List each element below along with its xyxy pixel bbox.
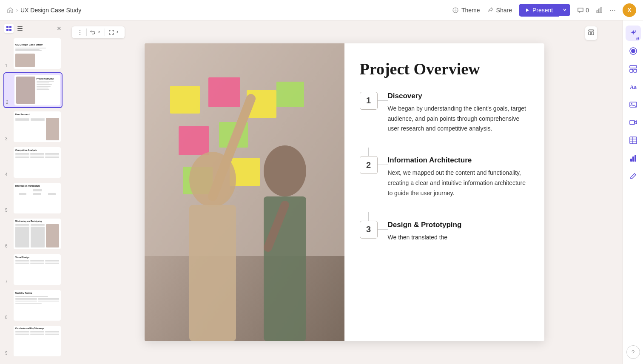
present-dropdown-button[interactable] [559, 4, 570, 16]
comment-number: 0 [586, 7, 589, 14]
edit-button[interactable] [626, 168, 641, 184]
svg-rect-22 [276, 82, 304, 107]
list-view-toggle[interactable] [15, 24, 25, 33]
slide-number: 1 [5, 38, 11, 69]
slide-photo [145, 43, 344, 341]
present-button[interactable]: Present [519, 4, 559, 17]
view-toggle-group [4, 24, 25, 33]
timeline: 1 Discovery We began by understanding th… [360, 92, 529, 256]
step-number-2: 2 [360, 156, 378, 174]
text-button[interactable]: Aa [626, 79, 641, 94]
step-title-2: Information Architecture [388, 156, 529, 165]
slide-number: 6 [5, 219, 11, 249]
step-text-2: Next, we mapped out the content and func… [388, 168, 529, 198]
timeline-step-1: 1 Discovery We began by understanding th… [360, 92, 529, 134]
svg-rect-35 [630, 69, 633, 72]
svg-rect-11 [17, 30, 23, 31]
chart-button[interactable] [596, 7, 603, 14]
slide-photo-panel [145, 43, 344, 341]
step-body-2: Information Architecture Next, we mapped… [388, 156, 529, 198]
slide-item[interactable]: 6 Wireframing and Prototyping [3, 217, 63, 251]
help-button[interactable]: ? [626, 345, 640, 359]
slide-item[interactable]: 8 Usability Testing [3, 288, 63, 322]
svg-rect-16 [145, 43, 344, 256]
svg-rect-5 [6, 26, 9, 28]
svg-point-28 [264, 145, 306, 196]
timeline-step-2: 2 Information Architecture Next, we mapp… [360, 156, 529, 198]
slide-item[interactable]: 5 Information Architecture [3, 181, 63, 215]
step-title-1: Discovery [388, 92, 529, 100]
svg-rect-13 [589, 32, 591, 35]
step-number-1: 1 [360, 92, 378, 110]
canvas-undo-button[interactable] [88, 28, 103, 36]
svg-point-32 [631, 49, 635, 53]
chart-panel-button[interactable] [626, 151, 641, 166]
svg-point-31 [634, 31, 636, 32]
svg-rect-18 [208, 77, 240, 107]
slide-canvas: Project Overview 1 Discovery We began by… [145, 43, 544, 341]
svg-rect-20 [179, 126, 209, 155]
slide-thumbnail: Project Overview [14, 75, 60, 105]
svg-rect-41 [630, 137, 637, 144]
svg-rect-45 [630, 159, 632, 162]
step-body-3: Design & Prototyping We then translated … [388, 221, 529, 243]
slide-item[interactable]: 2 Project Overview [3, 72, 63, 108]
data-button[interactable] [626, 133, 641, 148]
canvas-more-button[interactable]: ⋮ [75, 28, 85, 37]
home-button[interactable] [7, 7, 14, 14]
svg-rect-4 [600, 8, 602, 13]
comment-count[interactable]: 0 [577, 7, 589, 14]
step-connector-3 [378, 229, 388, 230]
slide-item[interactable]: 9 Conclusion and Key Takeaways [3, 324, 63, 358]
slide-thumbnail: Usability Testing [14, 290, 61, 321]
theme-button[interactable]: Theme [452, 7, 480, 14]
slide-item[interactable]: 3 User Research [3, 110, 63, 144]
svg-rect-40 [630, 120, 634, 125]
image-button[interactable] [626, 97, 641, 112]
timeline-step-3: 3 Design & Prototyping We then translate… [360, 221, 529, 243]
step-number-3: 3 [360, 221, 378, 239]
slide-thumbnail: Information Architecture [14, 183, 61, 213]
more-button[interactable]: ··· [609, 6, 616, 14]
slide-thumbnail: UX Design Case Study [14, 38, 61, 69]
svg-rect-14 [592, 32, 594, 35]
grid-view-toggle[interactable] [4, 24, 14, 33]
breadcrumb-separator: › [16, 7, 18, 13]
slide-number: 7 [5, 254, 11, 285]
slides-sidebar: ✕ 1 UX Design Case Study [0, 20, 66, 364]
svg-rect-26 [189, 205, 236, 341]
slide-number: 3 [5, 111, 11, 142]
step-connector-1 [378, 100, 388, 101]
topbar-left: › UX Design Case Study [7, 7, 449, 14]
svg-rect-34 [630, 65, 637, 68]
right-panel: AI Aa ? [623, 20, 643, 364]
present-group: Present [519, 4, 570, 17]
canvas-expand-button[interactable] [107, 28, 121, 36]
slide-thumbnail: Visual Design [14, 254, 61, 285]
avatar[interactable]: X [623, 3, 636, 17]
slide-thumbnail: Wireframing and Prototyping [14, 219, 61, 249]
slide-item[interactable]: 1 UX Design Case Study [3, 37, 63, 71]
slide-number: 8 [5, 290, 11, 321]
step-title-3: Design & Prototyping [388, 221, 529, 229]
topbar: › UX Design Case Study Theme Share Prese… [0, 0, 643, 20]
topbar-right: Theme Share Present 0 ··· X [452, 3, 636, 17]
slides-list: 1 UX Design Case Study [0, 37, 66, 364]
svg-rect-17 [170, 86, 200, 114]
ai-panel-button[interactable]: AI [626, 26, 641, 41]
layout-toggle[interactable] [585, 26, 597, 40]
sidebar-close-button[interactable]: ✕ [57, 25, 62, 32]
breadcrumb-title: UX Design Case Study [20, 7, 81, 14]
svg-rect-12 [589, 30, 594, 31]
layout-button[interactable] [626, 61, 641, 77]
video-button[interactable] [626, 115, 641, 130]
slide-item[interactable]: 4 Competitive Analysis [3, 145, 63, 179]
slide-number: 5 [5, 183, 11, 213]
slide-number: 2 [6, 75, 12, 105]
svg-rect-10 [17, 28, 23, 29]
present-label: Present [532, 7, 553, 14]
slide-item[interactable]: 7 Visual Design [3, 253, 63, 287]
record-button[interactable] [626, 43, 641, 59]
share-button[interactable]: Share [487, 7, 512, 14]
theme-label: Theme [461, 7, 480, 14]
